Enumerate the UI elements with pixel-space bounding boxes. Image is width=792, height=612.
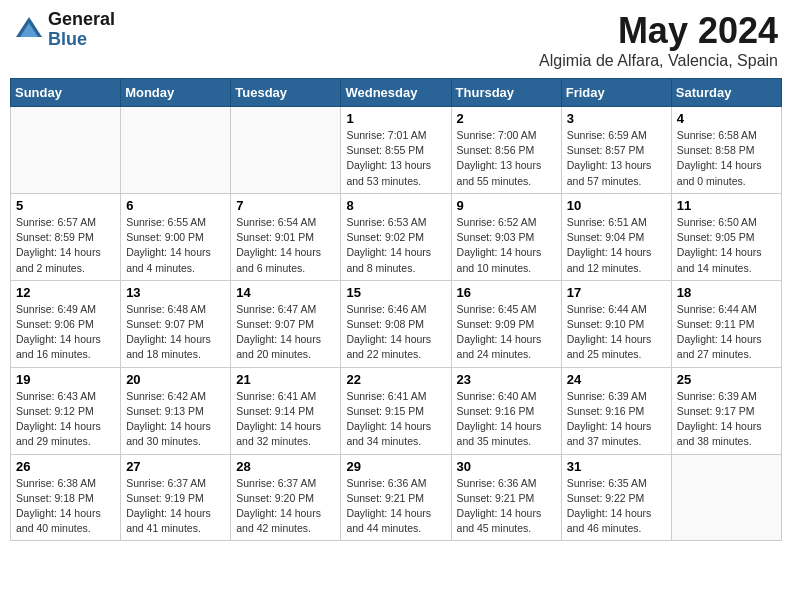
- calendar-day-cell: 13Sunrise: 6:48 AM Sunset: 9:07 PM Dayli…: [121, 280, 231, 367]
- day-number: 15: [346, 285, 445, 300]
- calendar-day-cell: 3Sunrise: 6:59 AM Sunset: 8:57 PM Daylig…: [561, 107, 671, 194]
- day-info: Sunrise: 6:40 AM Sunset: 9:16 PM Dayligh…: [457, 389, 556, 450]
- calendar-day-cell: 22Sunrise: 6:41 AM Sunset: 9:15 PM Dayli…: [341, 367, 451, 454]
- calendar-day-cell: 2Sunrise: 7:00 AM Sunset: 8:56 PM Daylig…: [451, 107, 561, 194]
- day-info: Sunrise: 6:52 AM Sunset: 9:03 PM Dayligh…: [457, 215, 556, 276]
- day-number: 12: [16, 285, 115, 300]
- day-info: Sunrise: 6:35 AM Sunset: 9:22 PM Dayligh…: [567, 476, 666, 537]
- day-info: Sunrise: 6:37 AM Sunset: 9:20 PM Dayligh…: [236, 476, 335, 537]
- calendar-day-cell: 28Sunrise: 6:37 AM Sunset: 9:20 PM Dayli…: [231, 454, 341, 541]
- calendar-day-cell: [121, 107, 231, 194]
- day-info: Sunrise: 6:48 AM Sunset: 9:07 PM Dayligh…: [126, 302, 225, 363]
- day-info: Sunrise: 7:01 AM Sunset: 8:55 PM Dayligh…: [346, 128, 445, 189]
- calendar-day-header: Tuesday: [231, 79, 341, 107]
- calendar-week-row: 1Sunrise: 7:01 AM Sunset: 8:55 PM Daylig…: [11, 107, 782, 194]
- calendar-day-cell: 9Sunrise: 6:52 AM Sunset: 9:03 PM Daylig…: [451, 193, 561, 280]
- day-info: Sunrise: 6:49 AM Sunset: 9:06 PM Dayligh…: [16, 302, 115, 363]
- day-info: Sunrise: 6:51 AM Sunset: 9:04 PM Dayligh…: [567, 215, 666, 276]
- logo-icon: [14, 15, 44, 45]
- day-info: Sunrise: 6:53 AM Sunset: 9:02 PM Dayligh…: [346, 215, 445, 276]
- day-info: Sunrise: 6:57 AM Sunset: 8:59 PM Dayligh…: [16, 215, 115, 276]
- calendar-day-cell: 19Sunrise: 6:43 AM Sunset: 9:12 PM Dayli…: [11, 367, 121, 454]
- calendar-week-row: 5Sunrise: 6:57 AM Sunset: 8:59 PM Daylig…: [11, 193, 782, 280]
- calendar-day-cell: 31Sunrise: 6:35 AM Sunset: 9:22 PM Dayli…: [561, 454, 671, 541]
- day-number: 17: [567, 285, 666, 300]
- day-info: Sunrise: 6:39 AM Sunset: 9:17 PM Dayligh…: [677, 389, 776, 450]
- calendar-day-cell: 6Sunrise: 6:55 AM Sunset: 9:00 PM Daylig…: [121, 193, 231, 280]
- month-title: May 2024: [539, 10, 778, 52]
- day-number: 13: [126, 285, 225, 300]
- calendar-day-cell: 23Sunrise: 6:40 AM Sunset: 9:16 PM Dayli…: [451, 367, 561, 454]
- calendar-day-cell: [11, 107, 121, 194]
- calendar-week-row: 19Sunrise: 6:43 AM Sunset: 9:12 PM Dayli…: [11, 367, 782, 454]
- day-number: 2: [457, 111, 556, 126]
- calendar-day-cell: 27Sunrise: 6:37 AM Sunset: 9:19 PM Dayli…: [121, 454, 231, 541]
- day-number: 5: [16, 198, 115, 213]
- calendar-day-cell: 14Sunrise: 6:47 AM Sunset: 9:07 PM Dayli…: [231, 280, 341, 367]
- day-number: 4: [677, 111, 776, 126]
- title-section: May 2024 Algimia de Alfara, Valencia, Sp…: [539, 10, 778, 70]
- calendar-day-cell: 7Sunrise: 6:54 AM Sunset: 9:01 PM Daylig…: [231, 193, 341, 280]
- calendar-day-cell: 10Sunrise: 6:51 AM Sunset: 9:04 PM Dayli…: [561, 193, 671, 280]
- day-info: Sunrise: 7:00 AM Sunset: 8:56 PM Dayligh…: [457, 128, 556, 189]
- day-number: 18: [677, 285, 776, 300]
- day-number: 8: [346, 198, 445, 213]
- calendar-day-header: Saturday: [671, 79, 781, 107]
- day-info: Sunrise: 6:36 AM Sunset: 9:21 PM Dayligh…: [457, 476, 556, 537]
- calendar-day-header: Sunday: [11, 79, 121, 107]
- day-number: 10: [567, 198, 666, 213]
- day-number: 14: [236, 285, 335, 300]
- day-info: Sunrise: 6:58 AM Sunset: 8:58 PM Dayligh…: [677, 128, 776, 189]
- day-info: Sunrise: 6:41 AM Sunset: 9:14 PM Dayligh…: [236, 389, 335, 450]
- day-info: Sunrise: 6:46 AM Sunset: 9:08 PM Dayligh…: [346, 302, 445, 363]
- day-info: Sunrise: 6:45 AM Sunset: 9:09 PM Dayligh…: [457, 302, 556, 363]
- calendar-day-cell: 20Sunrise: 6:42 AM Sunset: 9:13 PM Dayli…: [121, 367, 231, 454]
- day-number: 31: [567, 459, 666, 474]
- day-number: 16: [457, 285, 556, 300]
- calendar-day-cell: 26Sunrise: 6:38 AM Sunset: 9:18 PM Dayli…: [11, 454, 121, 541]
- day-number: 6: [126, 198, 225, 213]
- calendar-day-cell: 21Sunrise: 6:41 AM Sunset: 9:14 PM Dayli…: [231, 367, 341, 454]
- day-info: Sunrise: 6:44 AM Sunset: 9:10 PM Dayligh…: [567, 302, 666, 363]
- calendar-day-cell: [671, 454, 781, 541]
- day-info: Sunrise: 6:36 AM Sunset: 9:21 PM Dayligh…: [346, 476, 445, 537]
- calendar-week-row: 26Sunrise: 6:38 AM Sunset: 9:18 PM Dayli…: [11, 454, 782, 541]
- calendar-day-header: Friday: [561, 79, 671, 107]
- logo-general-text: General: [48, 10, 115, 30]
- logo-text: General Blue: [48, 10, 115, 50]
- day-info: Sunrise: 6:39 AM Sunset: 9:16 PM Dayligh…: [567, 389, 666, 450]
- day-number: 24: [567, 372, 666, 387]
- location-title: Algimia de Alfara, Valencia, Spain: [539, 52, 778, 70]
- day-info: Sunrise: 6:44 AM Sunset: 9:11 PM Dayligh…: [677, 302, 776, 363]
- calendar-day-cell: 25Sunrise: 6:39 AM Sunset: 9:17 PM Dayli…: [671, 367, 781, 454]
- calendar-day-cell: 11Sunrise: 6:50 AM Sunset: 9:05 PM Dayli…: [671, 193, 781, 280]
- day-number: 3: [567, 111, 666, 126]
- calendar-day-cell: [231, 107, 341, 194]
- page-header: General Blue May 2024 Algimia de Alfara,…: [10, 10, 782, 70]
- calendar-day-cell: 8Sunrise: 6:53 AM Sunset: 9:02 PM Daylig…: [341, 193, 451, 280]
- day-number: 7: [236, 198, 335, 213]
- day-number: 25: [677, 372, 776, 387]
- logo-blue-text: Blue: [48, 30, 115, 50]
- calendar-day-cell: 5Sunrise: 6:57 AM Sunset: 8:59 PM Daylig…: [11, 193, 121, 280]
- day-number: 1: [346, 111, 445, 126]
- day-info: Sunrise: 6:43 AM Sunset: 9:12 PM Dayligh…: [16, 389, 115, 450]
- day-number: 30: [457, 459, 556, 474]
- calendar-day-cell: 12Sunrise: 6:49 AM Sunset: 9:06 PM Dayli…: [11, 280, 121, 367]
- calendar-day-cell: 29Sunrise: 6:36 AM Sunset: 9:21 PM Dayli…: [341, 454, 451, 541]
- day-number: 26: [16, 459, 115, 474]
- calendar-day-header: Thursday: [451, 79, 561, 107]
- day-info: Sunrise: 6:42 AM Sunset: 9:13 PM Dayligh…: [126, 389, 225, 450]
- calendar-day-cell: 30Sunrise: 6:36 AM Sunset: 9:21 PM Dayli…: [451, 454, 561, 541]
- day-number: 11: [677, 198, 776, 213]
- calendar-day-cell: 4Sunrise: 6:58 AM Sunset: 8:58 PM Daylig…: [671, 107, 781, 194]
- calendar-day-cell: 18Sunrise: 6:44 AM Sunset: 9:11 PM Dayli…: [671, 280, 781, 367]
- calendar-day-header: Monday: [121, 79, 231, 107]
- day-info: Sunrise: 6:41 AM Sunset: 9:15 PM Dayligh…: [346, 389, 445, 450]
- calendar-day-cell: 16Sunrise: 6:45 AM Sunset: 9:09 PM Dayli…: [451, 280, 561, 367]
- day-number: 22: [346, 372, 445, 387]
- calendar-table: SundayMondayTuesdayWednesdayThursdayFrid…: [10, 78, 782, 541]
- day-number: 28: [236, 459, 335, 474]
- day-number: 27: [126, 459, 225, 474]
- day-info: Sunrise: 6:37 AM Sunset: 9:19 PM Dayligh…: [126, 476, 225, 537]
